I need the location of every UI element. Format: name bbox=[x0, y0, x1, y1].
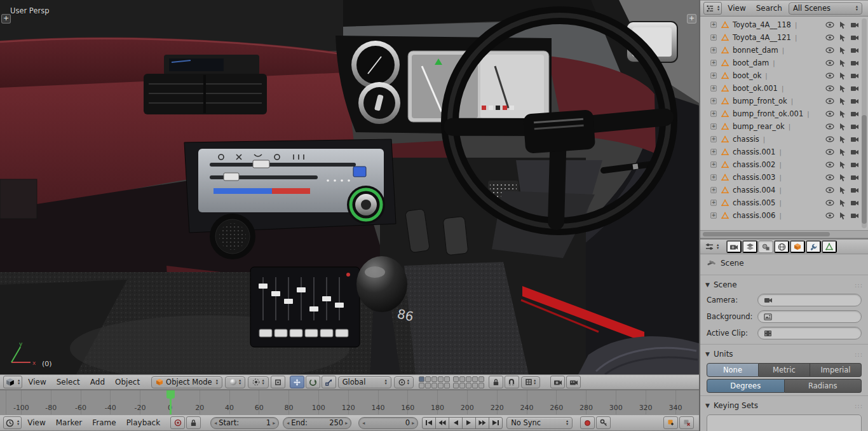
object-name[interactable]: bump_front_ok.001 bbox=[733, 109, 803, 118]
lock-time-toggle[interactable] bbox=[186, 416, 201, 429]
rotation-degrees-button[interactable]: Degrees bbox=[707, 379, 785, 393]
breadcrumb-label[interactable]: Scene bbox=[721, 259, 744, 268]
scrollbar-thumb[interactable] bbox=[862, 115, 867, 224]
opengl-render-anim-button[interactable] bbox=[566, 376, 581, 388]
selectability-cursor-icon[interactable] bbox=[839, 34, 846, 42]
opengl-render-still-button[interactable] bbox=[550, 376, 565, 388]
selectability-cursor-icon[interactable] bbox=[839, 161, 846, 169]
outliner-row[interactable]: + chassis | bbox=[700, 133, 868, 146]
viewport-menu-item[interactable]: View bbox=[23, 378, 51, 387]
proportional-edit-dropdown[interactable]: ▴▾ bbox=[394, 376, 414, 388]
object-name[interactable]: chassis.005 bbox=[733, 198, 775, 207]
object-name[interactable]: chassis.002 bbox=[733, 160, 775, 169]
outliner-row[interactable]: + chassis.004 | bbox=[700, 184, 868, 196]
selectability-cursor-icon[interactable] bbox=[839, 186, 846, 195]
viewport-menu-item[interactable]: Add bbox=[85, 378, 110, 387]
visibility-eye-icon[interactable] bbox=[825, 60, 834, 66]
object-name[interactable]: chassis.004 bbox=[733, 186, 775, 195]
viewport-shading-dropdown[interactable]: ▴▾ bbox=[225, 376, 245, 388]
tab-render[interactable] bbox=[726, 240, 742, 253]
auto-keyframe-record-button[interactable] bbox=[580, 416, 595, 429]
renderability-camera-icon[interactable] bbox=[850, 187, 859, 193]
manipulator-rotate-button[interactable] bbox=[306, 376, 320, 388]
jump-to-end-button[interactable] bbox=[489, 417, 503, 429]
object-name[interactable]: boot_ok.001 bbox=[733, 84, 778, 93]
selectability-cursor-icon[interactable] bbox=[839, 72, 846, 80]
object-name[interactable]: chassis.006 bbox=[733, 211, 775, 220]
selectability-cursor-icon[interactable] bbox=[839, 174, 846, 182]
outliner-row[interactable]: + boot_dam | bbox=[700, 57, 868, 69]
selectability-cursor-icon[interactable] bbox=[839, 123, 846, 131]
current-frame-marker[interactable] bbox=[166, 390, 175, 399]
outliner-row[interactable]: + Toyota_4A__118 | bbox=[700, 18, 868, 31]
collapse-triangle-icon[interactable]: ▼ bbox=[705, 351, 710, 357]
decrement-arrow[interactable]: ◂ bbox=[214, 420, 217, 426]
selectability-cursor-icon[interactable] bbox=[839, 46, 846, 55]
mode-dropdown[interactable]: Object Mode ▴▾ bbox=[151, 376, 222, 388]
outliner-row[interactable]: + bonnet_dam | bbox=[700, 44, 868, 57]
timeline-ruler[interactable]: -100-80-60-40-20020406080100120140160180… bbox=[0, 390, 699, 414]
expand-toggle-icon[interactable]: + bbox=[710, 161, 717, 168]
region-expand-left-icon[interactable]: + bbox=[1, 14, 11, 24]
visibility-eye-icon[interactable] bbox=[825, 187, 834, 193]
panel-grip[interactable]: ::: bbox=[855, 282, 863, 289]
visibility-eye-icon[interactable] bbox=[825, 149, 834, 155]
outliner-row[interactable]: + boot_ok | bbox=[700, 69, 868, 82]
outliner-vertical-scrollbar[interactable] bbox=[862, 18, 867, 228]
expand-toggle-icon[interactable]: + bbox=[710, 22, 717, 28]
renderability-camera-icon[interactable] bbox=[850, 200, 859, 206]
timeline-menu-item[interactable]: Marker bbox=[51, 418, 87, 427]
editor-type-3dview-button[interactable]: ▴▾ bbox=[3, 376, 22, 388]
expand-toggle-icon[interactable]: + bbox=[710, 187, 717, 193]
scene-section-header[interactable]: ▼ Scene ::: bbox=[700, 277, 868, 292]
expand-toggle-icon[interactable]: + bbox=[710, 60, 717, 66]
visibility-eye-icon[interactable] bbox=[825, 136, 834, 142]
expand-toggle-icon[interactable]: + bbox=[710, 123, 717, 130]
object-name[interactable]: bump_front_ok bbox=[733, 97, 787, 106]
increment-arrow[interactable]: ▸ bbox=[412, 420, 414, 426]
expand-toggle-icon[interactable]: + bbox=[710, 72, 717, 79]
renderability-camera-icon[interactable] bbox=[850, 85, 859, 92]
selectability-cursor-icon[interactable] bbox=[839, 148, 846, 156]
visibility-eye-icon[interactable] bbox=[825, 123, 834, 130]
object-name[interactable]: Toyota_4A__118 bbox=[733, 20, 791, 29]
panel-grip[interactable]: ::: bbox=[855, 351, 863, 358]
manipulator-translate-button[interactable] bbox=[290, 376, 304, 388]
visibility-eye-icon[interactable] bbox=[825, 98, 834, 104]
renderability-camera-icon[interactable] bbox=[850, 161, 859, 168]
renderability-camera-icon[interactable] bbox=[850, 60, 859, 66]
selectability-cursor-icon[interactable] bbox=[839, 97, 846, 106]
visibility-eye-icon[interactable] bbox=[825, 72, 834, 79]
delete-keyframe-button[interactable] bbox=[679, 416, 694, 429]
timeline-menu-item[interactable]: Playback bbox=[121, 418, 166, 427]
jump-to-start-button[interactable] bbox=[422, 417, 436, 429]
layer-toggles[interactable] bbox=[419, 376, 484, 388]
renderability-camera-icon[interactable] bbox=[850, 136, 859, 142]
object-name[interactable]: bump_rear_ok bbox=[733, 122, 785, 131]
increment-arrow[interactable]: ▸ bbox=[345, 420, 348, 426]
insert-keyframe-button[interactable] bbox=[663, 416, 678, 429]
sync-mode-dropdown[interactable]: No Sync▴▾ bbox=[506, 417, 573, 429]
use-preview-range-toggle[interactable] bbox=[170, 416, 185, 429]
renderability-camera-icon[interactable] bbox=[850, 111, 859, 117]
renderability-camera-icon[interactable] bbox=[850, 98, 859, 104]
keying-sets-section-header[interactable]: ▼ Keying Sets ::: bbox=[700, 397, 868, 413]
keying-sets-list[interactable] bbox=[707, 414, 862, 431]
expand-toggle-icon[interactable]: + bbox=[710, 136, 717, 142]
outliner-menu-item[interactable]: Search bbox=[751, 4, 787, 13]
pivot-point-dropdown[interactable]: ▴▾ bbox=[248, 376, 268, 388]
object-name[interactable]: chassis.003 bbox=[733, 173, 775, 182]
outliner-row[interactable]: + chassis.003 | bbox=[700, 171, 868, 184]
viewport-menu-item[interactable]: Object bbox=[110, 378, 145, 387]
expand-toggle-icon[interactable]: + bbox=[710, 200, 717, 206]
expand-toggle-icon[interactable]: + bbox=[710, 98, 717, 104]
expand-toggle-icon[interactable]: + bbox=[710, 111, 717, 117]
renderability-camera-icon[interactable] bbox=[850, 123, 859, 130]
orientation-dropdown[interactable]: Global▴▾ bbox=[338, 376, 391, 388]
units-section-header[interactable]: ▼ Units ::: bbox=[700, 346, 868, 361]
visibility-eye-icon[interactable] bbox=[825, 212, 834, 219]
expand-toggle-icon[interactable]: + bbox=[710, 85, 717, 92]
visibility-eye-icon[interactable] bbox=[825, 22, 834, 28]
region-expand-right-icon[interactable]: + bbox=[687, 14, 696, 24]
frame-end-field[interactable]: ◂ End: 250 ▸ bbox=[283, 417, 351, 429]
